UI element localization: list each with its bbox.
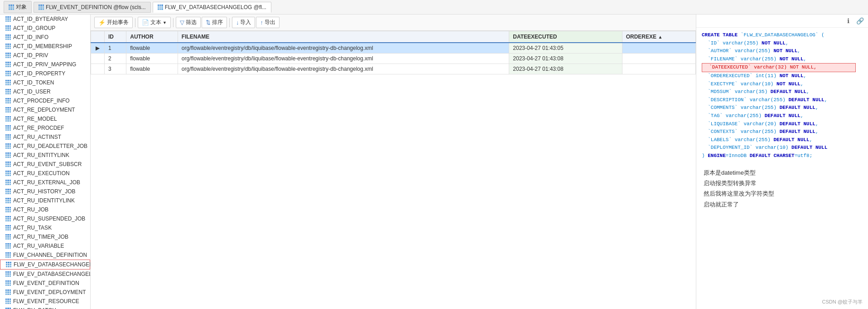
cell-orderexe [622, 43, 695, 54]
sidebar-item-act-re-deployment[interactable]: ACT_RE_DEPLOYMENT [0, 105, 90, 114]
sidebar-item-act-ru-identitylink[interactable]: ACT_RU_IDENTITYLINK [0, 196, 90, 205]
sidebar-item-act-id-priv-mapping[interactable]: ACT_ID_PRIV_MAPPING [0, 60, 90, 69]
main-area: ACT_ID_BYTEARRAY ACT_ID_GROUP ACT_ID_INF… [0, 15, 868, 309]
table-icon [5, 252, 11, 258]
cell-id: 3 [105, 64, 126, 74]
sidebar-item-flw-channel-definition[interactable]: FLW_CHANNEL_DEFINITION [0, 250, 90, 260]
export-btn[interactable]: ↑ 导出 [256, 17, 280, 28]
table-icon [5, 98, 11, 103]
import-label: 导入 [240, 19, 251, 26]
sidebar-label: ACT_RE_PROCDEF [13, 125, 64, 131]
tab-flw-event-def-label: FLW_EVENT_DEFINITION @flow (scls... [46, 4, 146, 10]
sidebar-item-act-ru-event-subscr[interactable]: ACT_RU_EVENT_SUBSCR [0, 160, 90, 169]
cell-filename: org/flowable/eventregistry/db/liquibase/… [178, 64, 509, 74]
sidebar-item-flw-ru-batch[interactable]: FLW_RU_BATCH [0, 306, 90, 309]
text-dropdown-icon: ▼ [163, 20, 167, 25]
sidebar-item-flw-ev-databasechangeloglock[interactable]: FLW_EV_DATABASECHANGELOGLOCK [0, 270, 90, 279]
filter-label: 筛选 [186, 19, 197, 26]
sidebar-item-flw-ev-databasechangelog[interactable]: FLW_EV_DATABASECHANGELOG [0, 260, 90, 270]
table-icon [5, 152, 11, 158]
sidebar-label: ACT_RU_EXTERNAL_JOB [13, 179, 80, 186]
table-icon [5, 16, 11, 22]
sidebar-item-act-re-procdef[interactable]: ACT_RE_PROCDEF [0, 123, 90, 132]
col-header-filename[interactable]: FILENAME [178, 31, 509, 43]
table-row[interactable]: 3flowableorg/flowable/eventregistry/db/l… [91, 64, 696, 74]
sidebar-item-act-id-bytearray[interactable]: ACT_ID_BYTEARRAY [0, 15, 90, 24]
table-icon [5, 89, 11, 94]
export-label: 导出 [265, 19, 275, 26]
sidebar-item-act-ru-history-job[interactable]: ACT_RU_HISTORY_JOB [0, 187, 90, 196]
sidebar-item-act-ru-job[interactable]: ACT_RU_JOB [0, 205, 90, 214]
sidebar-item-act-id-group[interactable]: ACT_ID_GROUP [0, 24, 90, 33]
tab-objects[interactable]: 对象 [4, 1, 32, 13]
toolbar: ⚡ 开始事务 📄 文本 ▼ ▽ 筛选 ⇅ 排序 ↓ 导入 [91, 15, 696, 31]
right-panel: ℹ 🔗 CREATE TABLE `FLW_EV_DATABASECHANGEL… [696, 15, 868, 309]
tab-flw-ev-changelog-label: FLW_EV_DATABASECHANGELOG @fl... [165, 4, 266, 10]
sidebar-item-act-id-membership[interactable]: ACT_ID_MEMBERSHIP [0, 42, 90, 51]
annotation-panel: 原本是datetime类型启动报类型转换异常然后我将这里改为字符类型启动就正常了 [696, 164, 868, 214]
data-table: ID AUTHOR FILENAME DATEEXECUTED ORDEREXE… [91, 31, 696, 74]
table-icon [5, 34, 11, 40]
table-icon [5, 180, 11, 185]
col-header-author[interactable]: AUTHOR [126, 31, 178, 43]
col-header-id[interactable]: ID [105, 31, 126, 43]
col-header-orderexe[interactable]: ORDEREXE ▲ [622, 31, 695, 43]
sidebar-item-act-ru-external-job[interactable]: ACT_RU_EXTERNAL_JOB [0, 178, 90, 187]
tab-flw-ev-changelog[interactable]: FLW_EV_DATABASECHANGELOG @fl... [153, 2, 271, 13]
sidebar-item-flw-event-resource[interactable]: FLW_EVENT_RESOURCE [0, 297, 90, 306]
filter-btn[interactable]: ▽ 筛选 [176, 17, 201, 28]
sidebar-label: ACT_PROCDEF_INFO [13, 98, 70, 104]
center-panel: ⚡ 开始事务 📄 文本 ▼ ▽ 筛选 ⇅ 排序 ↓ 导入 [91, 15, 696, 309]
table-icon [5, 189, 11, 194]
sidebar-item-act-id-user[interactable]: ACT_ID_USER [0, 87, 90, 96]
toolbar-separator-3 [229, 18, 230, 27]
table-icon [5, 116, 11, 122]
info-icon-btn[interactable]: ℹ [844, 16, 853, 25]
sidebar-item-act-id-property[interactable]: ACT_ID_PROPERTY [0, 69, 90, 78]
sidebar-item-act-id-token[interactable]: ACT_ID_TOKEN [0, 78, 90, 87]
tab-objects-label: 对象 [16, 3, 27, 11]
table-row[interactable]: 2flowableorg/flowable/eventregistry/db/l… [91, 54, 696, 64]
cell-author: flowable [126, 64, 178, 74]
start-transaction-btn[interactable]: ⚡ 开始事务 [94, 17, 133, 28]
annotation-line: 启动报类型转换异常 [704, 178, 861, 188]
table-icon [5, 216, 11, 221]
sort-btn[interactable]: ⇅ 排序 [202, 17, 227, 28]
col-header-dateexecuted[interactable]: DATEEXECUTED [509, 31, 622, 43]
sidebar-item-act-ru-deadletter-job[interactable]: ACT_RU_DEADLETTER_JOB [0, 142, 90, 151]
table-icon [5, 143, 11, 149]
sidebar-item-act-ru-execution[interactable]: ACT_RU_EXECUTION [0, 169, 90, 178]
sidebar-label: ACT_RU_ACTINST [13, 134, 61, 140]
sidebar-item-act-ru-actinst[interactable]: ACT_RU_ACTINST [0, 132, 90, 142]
tab-flw-event-def[interactable]: FLW_EVENT_DEFINITION @flow (scls... [34, 2, 151, 13]
table-icon [6, 262, 11, 267]
table-row[interactable]: ▶1flowableorg/flowable/eventregistry/db/… [91, 43, 696, 54]
table-icon [5, 80, 11, 85]
import-btn[interactable]: ↓ 导入 [232, 17, 256, 28]
text-btn[interactable]: 📄 文本 ▼ [138, 17, 171, 28]
sidebar-item-act-ru-timer-job[interactable]: ACT_RU_TIMER_JOB [0, 232, 90, 241]
table-icon [5, 125, 11, 131]
table-icon [5, 271, 11, 277]
sidebar-item-act-re-model[interactable]: ACT_RE_MODEL [0, 114, 90, 123]
sidebar-item-flw-event-definition[interactable]: FLW_EVENT_DEFINITION [0, 279, 90, 288]
sidebar-item-act-ru-suspended-job[interactable]: ACT_RU_SUSPENDED_JOB [0, 214, 90, 223]
sql-code-block: CREATE TABLE `FLW_EV_DATABASECHANGELOG` … [696, 28, 868, 164]
sidebar-item-act-ru-entitylink[interactable]: ACT_RU_ENTITYLINK [0, 151, 90, 160]
cell-filename: org/flowable/eventregistry/db/liquibase/… [178, 54, 509, 64]
sidebar-item-act-ru-task[interactable]: ACT_RU_TASK [0, 223, 90, 232]
sidebar-item-act-id-info[interactable]: ACT_ID_INFO [0, 33, 90, 42]
sidebar-label: FLW_RU_BATCH [13, 307, 56, 309]
sidebar-item-act-ru-variable[interactable]: ACT_RU_VARIABLE [0, 241, 90, 250]
sidebar-label: ACT_RU_EVENT_SUBSCR [13, 161, 82, 167]
col-header-rownum[interactable] [91, 31, 105, 43]
sidebar-label: FLW_EVENT_DEPLOYMENT [13, 289, 86, 295]
sidebar-label: ACT_RE_MODEL [13, 116, 57, 122]
sidebar-item-act-procdef-info[interactable]: ACT_PROCDEF_INFO [0, 96, 90, 105]
sort-indicator: ▲ [658, 34, 662, 39]
sidebar-label: ACT_RU_VARIABLE [13, 243, 64, 249]
table-icon [5, 134, 11, 140]
sidebar-item-act-id-priv[interactable]: ACT_ID_PRIV [0, 51, 90, 60]
link-icon-btn[interactable]: 🔗 [855, 16, 864, 25]
sidebar-item-flw-event-deployment[interactable]: FLW_EVENT_DEPLOYMENT [0, 288, 90, 297]
